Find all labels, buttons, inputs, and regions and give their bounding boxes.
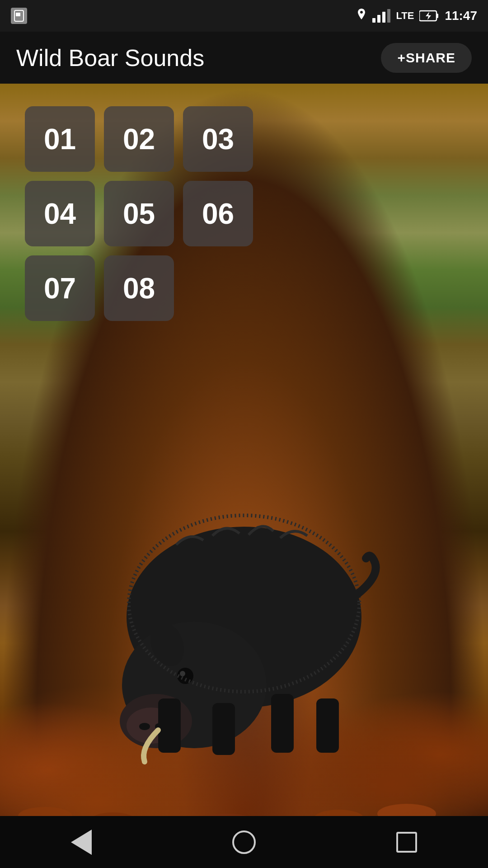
signal-icon: LTE	[372, 9, 390, 23]
back-icon	[71, 830, 92, 855]
sound-button-04[interactable]: 04	[25, 181, 95, 246]
sound-button-label-07: 07	[44, 272, 76, 305]
svg-rect-4	[382, 12, 385, 23]
sound-buttons-grid: 0102030405060708	[25, 106, 251, 321]
sound-button-label-03: 03	[202, 123, 234, 156]
header: Wild Boar Sounds +SHARE	[0, 32, 488, 84]
app-title: Wild Boar Sounds	[16, 44, 204, 71]
svg-rect-5	[387, 9, 390, 23]
svg-marker-9	[426, 12, 431, 20]
navigation-bar	[0, 816, 488, 868]
share-button[interactable]: +SHARE	[381, 43, 472, 73]
svg-rect-3	[377, 15, 380, 23]
sound-button-02[interactable]: 02	[104, 106, 174, 172]
status-left	[11, 8, 27, 24]
sound-button-label-08: 08	[123, 272, 155, 305]
leaves-decoration	[0, 671, 488, 830]
time-display: 11:47	[445, 9, 477, 23]
home-icon	[232, 830, 256, 854]
sound-button-03[interactable]: 03	[183, 106, 253, 172]
svg-rect-2	[372, 18, 375, 23]
sound-button-01[interactable]: 01	[25, 106, 95, 172]
recents-button[interactable]	[389, 824, 425, 860]
home-button[interactable]	[226, 824, 262, 860]
lte-text: LTE	[396, 10, 414, 22]
sound-button-label-04: 04	[44, 197, 76, 231]
sound-button-label-06: 06	[202, 197, 234, 231]
sound-button-06[interactable]: 06	[183, 181, 253, 246]
svg-rect-8	[436, 14, 438, 18]
location-icon	[356, 9, 367, 23]
sound-button-label-02: 02	[123, 123, 155, 156]
sound-button-label-01: 01	[44, 123, 76, 156]
back-button[interactable]	[63, 824, 99, 860]
battery-icon	[419, 10, 439, 22]
sim-icon	[11, 8, 27, 24]
sound-button-07[interactable]: 07	[25, 255, 95, 321]
status-right: LTE LTE 11:47	[356, 9, 477, 23]
recents-icon	[396, 832, 417, 853]
sound-button-08[interactable]: 08	[104, 255, 174, 321]
svg-rect-1	[16, 13, 20, 16]
sound-button-05[interactable]: 05	[104, 181, 174, 246]
status-bar: LTE LTE 11:47	[0, 0, 488, 32]
sound-button-label-05: 05	[123, 197, 155, 231]
